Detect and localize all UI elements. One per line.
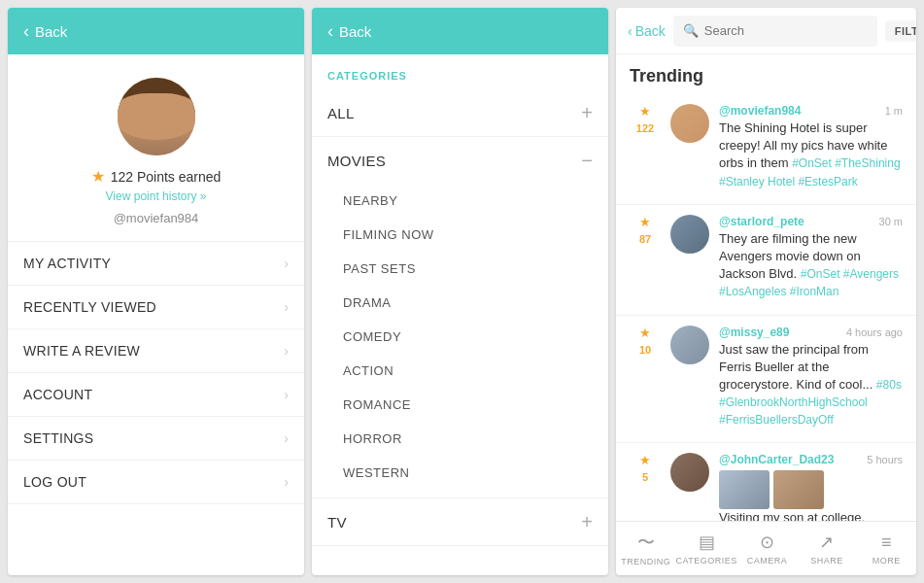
right-panel: ‹ Back 🔍 FILTERS Trending ★ 122 @movief — [616, 8, 916, 575]
middle-back-chevron-icon: ‹ — [327, 21, 333, 42]
cat-section-all: ALL + — [312, 89, 608, 137]
nav-chevron-settings: › — [284, 430, 289, 446]
feed-username-2: @starlord_pete — [719, 215, 804, 228]
star-icon: ★ — [91, 167, 105, 186]
cat-movies-sub-list: NEARBY FILMING NOW PAST SETS DRAMA COMED… — [312, 184, 608, 497]
categories-list: ALL + MOVIES − NEARBY FILMING NOW PAST S… — [312, 89, 608, 575]
feed-points-4: 5 — [642, 471, 648, 483]
nav-chevron-log-out: › — [284, 474, 289, 490]
bottom-nav-categories[interactable]: ▤ CATEGORIES — [675, 522, 736, 575]
cat-tv-label: TV — [327, 514, 347, 531]
feed: ★ 122 @moviefan984 1 m The Shining Hotel… — [616, 94, 916, 521]
feed-left-1: ★ 122 — [630, 104, 661, 134]
feed-time-4: 5 hours — [867, 454, 903, 465]
cat-all-label: ALL — [327, 105, 355, 121]
camera-nav-label: CAMERA — [747, 556, 788, 566]
nav-item-log-out[interactable]: LOG OUT› — [8, 461, 304, 504]
nav-item-label-account: ACCOUNT — [23, 387, 92, 402]
middle-back-label: Back — [339, 23, 371, 40]
nav-item-recently-viewed[interactable]: RECENTLY VIEWED› — [8, 286, 304, 329]
cat-sub-filming-now[interactable]: FILMING NOW — [312, 218, 608, 252]
cat-tv-toggle: + — [581, 512, 593, 532]
feed-points-1: 122 — [636, 122, 654, 134]
cat-sub-comedy[interactable]: COMEDY — [312, 320, 608, 354]
right-header: ‹ Back 🔍 FILTERS — [616, 8, 916, 54]
search-icon: 🔍 — [683, 23, 699, 38]
categories-header: CATEGORIES — [312, 54, 608, 89]
feed-left-3: ★ 10 — [630, 326, 661, 356]
trending-icon: 〜 — [637, 531, 655, 554]
feed-avatar-3 — [670, 326, 709, 364]
trending-nav-label: TRENDING — [621, 557, 670, 566]
cat-all-item[interactable]: ALL + — [312, 89, 608, 136]
middle-back-bar[interactable]: ‹ Back — [312, 8, 608, 54]
bottom-nav-more[interactable]: ≡ MORE — [857, 522, 916, 575]
feed-star-4: ★ — [639, 453, 651, 467]
feed-item-2: ★ 87 @starlord_pete 30 m They are filmin… — [616, 205, 916, 316]
cat-sub-past-sets[interactable]: PAST SETS — [312, 252, 608, 286]
cat-sub-drama[interactable]: DRAMA — [312, 286, 608, 320]
nav-item-label-my-activity: MY ACTIVITY — [23, 256, 111, 271]
nav-item-settings[interactable]: SETTINGS› — [8, 417, 304, 461]
categories-label: CATEGORIES — [327, 70, 593, 82]
middle-panel: ‹ Back CATEGORIES ALL + MOVIES − NEARB — [312, 8, 608, 575]
search-input[interactable] — [704, 23, 868, 38]
bottom-nav-trending[interactable]: 〜 TRENDING — [616, 522, 675, 575]
cat-sub-nearby[interactable]: NEARBY — [312, 184, 608, 218]
feed-points-2: 87 — [639, 233, 651, 245]
feed-content-2: @starlord_pete 30 m They are filming the… — [719, 215, 903, 305]
nav-item-my-activity[interactable]: MY ACTIVITY› — [8, 242, 304, 286]
right-back-label: Back — [635, 23, 666, 39]
app-container: ‹ Back ★ 122 Points earned View point hi… — [0, 0, 924, 583]
feed-star-3: ★ — [639, 326, 651, 340]
right-back-chevron-icon: ‹ — [628, 23, 633, 39]
feed-left-4: ★ 5 — [630, 453, 661, 483]
username-label: @moviefan984 — [114, 211, 199, 225]
cat-section-movies: MOVIES − NEARBY FILMING NOW PAST SETS DR… — [312, 137, 608, 498]
nav-chevron-write-review: › — [284, 343, 289, 359]
feed-image-thumb-1 — [719, 470, 770, 509]
feed-item-4: ★ 5 @JohnCarter_Dad23 5 hours Visiting m… — [616, 443, 916, 521]
avatar — [118, 78, 195, 155]
feed-points-3: 10 — [639, 344, 651, 356]
bottom-nav: 〜 TRENDING ▤ CATEGORIES ⊙ CAMERA ↗ SHARE… — [616, 521, 916, 575]
more-nav-label: MORE — [873, 556, 901, 566]
cat-movies-item[interactable]: MOVIES − — [312, 137, 608, 184]
left-panel: ‹ Back ★ 122 Points earned View point hi… — [8, 8, 304, 575]
left-back-label: Back — [35, 23, 67, 40]
points-row: ★ 122 Points earned — [91, 167, 222, 186]
nav-item-write-review[interactable]: WRITE A REVIEW› — [8, 329, 304, 373]
nav-item-label-settings: SETTINGS — [23, 430, 93, 446]
feed-avatar-1 — [670, 104, 709, 143]
feed-time-2: 30 m — [879, 216, 903, 227]
search-bar[interactable]: 🔍 — [673, 16, 877, 47]
cat-sub-western[interactable]: WESTERN — [312, 456, 608, 490]
left-back-bar[interactable]: ‹ Back — [8, 8, 304, 54]
right-back-button[interactable]: ‹ Back — [628, 23, 666, 39]
feed-meta-3: @missy_e89 4 hours ago — [719, 326, 903, 339]
feed-left-2: ★ 87 — [630, 215, 661, 245]
points-text: 122 Points earned — [111, 169, 222, 185]
feed-item-1: ★ 122 @moviefan984 1 m The Shining Hotel… — [616, 94, 916, 205]
back-chevron-icon: ‹ — [23, 21, 29, 42]
nav-chevron-recently-viewed: › — [284, 299, 289, 315]
nav-item-account[interactable]: ACCOUNT› — [8, 373, 304, 417]
categories-icon: ▤ — [699, 532, 715, 553]
filters-button[interactable]: FILTERS — [885, 20, 916, 42]
cat-tv-item[interactable]: TV + — [312, 498, 608, 545]
cat-section-tv: TV + — [312, 498, 608, 546]
feed-text-1: The Shining Hotel is super creepy! All m… — [719, 120, 903, 190]
more-icon: ≡ — [881, 532, 892, 553]
bottom-nav-share[interactable]: ↗ SHARE — [797, 522, 856, 575]
feed-text-4: Visiting my son at college, stopped by t… — [719, 509, 903, 521]
cat-movies-toggle: − — [581, 151, 593, 170]
feed-meta-1: @moviefan984 1 m — [719, 104, 903, 118]
share-icon: ↗ — [819, 532, 834, 553]
cat-sub-action[interactable]: ACTION — [312, 354, 608, 388]
avatar-image — [118, 78, 195, 155]
cat-sub-romance[interactable]: ROMANCE — [312, 388, 608, 422]
bottom-nav-camera[interactable]: ⊙ CAMERA — [737, 522, 797, 575]
view-history-link[interactable]: View point history — [106, 189, 207, 203]
camera-icon: ⊙ — [760, 532, 774, 553]
cat-sub-horror[interactable]: HORROR — [312, 422, 608, 456]
